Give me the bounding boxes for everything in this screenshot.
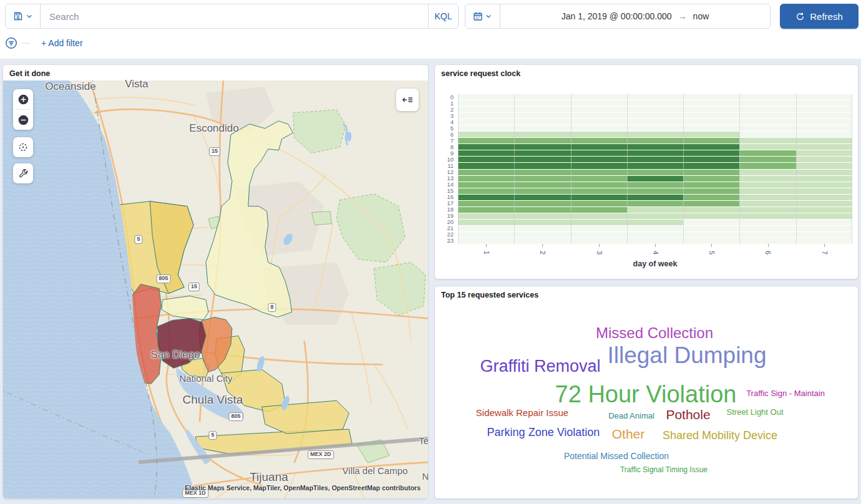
heatmap-cell-h11-d2[interactable] bbox=[514, 163, 570, 168]
heatmap-cell-h3-d3[interactable] bbox=[571, 113, 627, 119]
heatmap-cell-h12-d4[interactable] bbox=[627, 170, 683, 175]
heatmap-cell-h22-d6[interactable] bbox=[739, 232, 795, 238]
heatmap-cell-h20-d5[interactable] bbox=[683, 220, 739, 225]
heatmap-cell-h8-d7[interactable] bbox=[796, 144, 852, 150]
map-attribution[interactable]: Elastic Maps Service, MapTiler, OpenMapT… bbox=[185, 484, 421, 492]
heatmap-cell-h10-d6[interactable] bbox=[739, 157, 795, 162]
heatmap-cell-h9-d3[interactable] bbox=[571, 150, 627, 156]
heatmap-cell-h21-d4[interactable] bbox=[627, 226, 683, 231]
heatmap-cell-h15-d6[interactable] bbox=[739, 188, 795, 194]
filter-circle-icon[interactable] bbox=[5, 37, 17, 49]
heatmap-cell-h3-d2[interactable] bbox=[514, 113, 570, 119]
tag-potential-missed-collection[interactable]: Potential Missed Collection bbox=[564, 451, 669, 461]
heatmap-cell-h6-d2[interactable] bbox=[514, 132, 570, 137]
tag-dead-animal[interactable]: Dead Animal bbox=[608, 411, 654, 420]
heatmap-cell-h15-d7[interactable] bbox=[796, 188, 852, 194]
heatmap-cell-h15-d5[interactable] bbox=[683, 188, 739, 194]
heatmap-cell-h1-d5[interactable] bbox=[683, 100, 739, 106]
heatmap-cell-h2-d3[interactable] bbox=[571, 107, 627, 112]
heatmap-cell-h4-d1[interactable] bbox=[458, 119, 514, 125]
heatmap-cell-h10-d7[interactable] bbox=[796, 157, 852, 162]
heatmap-cell-h5-d4[interactable] bbox=[627, 125, 683, 131]
heatmap-cell-h20-d1[interactable] bbox=[458, 220, 514, 225]
heatmap-cell-h4-d7[interactable] bbox=[796, 119, 852, 125]
heatmap-cell-h17-d6[interactable] bbox=[739, 201, 795, 206]
heatmap-cell-h10-d5[interactable] bbox=[683, 157, 739, 162]
heatmap-cell-h5-d1[interactable] bbox=[458, 125, 514, 131]
heatmap-cell-h8-d3[interactable] bbox=[571, 144, 627, 150]
heatmap-cell-h20-d6[interactable] bbox=[739, 220, 795, 225]
map-canvas[interactable] bbox=[3, 80, 428, 499]
heatmap-cell-h23-d4[interactable] bbox=[627, 238, 683, 244]
heatmap-cell-h16-d2[interactable] bbox=[514, 195, 570, 200]
heatmap-cell-h5-d7[interactable] bbox=[796, 125, 852, 131]
heatmap-cell-h0-d4[interactable] bbox=[627, 94, 683, 100]
heatmap-cell-h6-d1[interactable] bbox=[458, 132, 514, 137]
heatmap-cell-h19-d5[interactable] bbox=[683, 213, 739, 219]
tag-street-light-out[interactable]: Street Light Out bbox=[726, 407, 783, 417]
fit-to-data-button[interactable] bbox=[13, 137, 33, 157]
heatmap-cell-h18-d6[interactable] bbox=[739, 207, 795, 213]
heatmap-cell-h22-d1[interactable] bbox=[458, 232, 514, 238]
heatmap-cell-h9-d2[interactable] bbox=[514, 150, 570, 156]
heatmap-cell-h19-d3[interactable] bbox=[571, 213, 627, 219]
heatmap-cell-h18-d1[interactable] bbox=[458, 207, 514, 213]
tag-graffiti-removal[interactable]: Graffiti Removal bbox=[480, 357, 600, 376]
heatmap-cell-h21-d5[interactable] bbox=[683, 226, 739, 231]
heatmap-cell-h4-d6[interactable] bbox=[739, 119, 795, 125]
heatmap-cell-h14-d3[interactable] bbox=[571, 182, 627, 188]
heatmap-cell-h7-d4[interactable] bbox=[627, 138, 683, 143]
heatmap-cell-h8-d6[interactable] bbox=[739, 144, 795, 150]
heatmap-cell-h2-d7[interactable] bbox=[796, 107, 852, 112]
tag-72-hour-violation[interactable]: 72 Hour Violation bbox=[555, 381, 737, 408]
heatmap-cell-h14-d5[interactable] bbox=[683, 182, 739, 188]
heatmap-cell-h6-d7[interactable] bbox=[796, 132, 852, 137]
heatmap-cell-h9-d6[interactable] bbox=[739, 150, 795, 156]
heatmap-cell-h14-d7[interactable] bbox=[796, 182, 852, 188]
heatmap-cell-h2-d2[interactable] bbox=[514, 107, 570, 112]
heatmap-cell-h12-d6[interactable] bbox=[739, 170, 795, 175]
heatmap-cell-h13-d3[interactable] bbox=[571, 176, 627, 182]
date-range-button[interactable]: Jan 1, 2019 @ 00:00:00.000 → now bbox=[500, 4, 770, 28]
heatmap-cell-h2-d5[interactable] bbox=[683, 107, 739, 112]
heatmap-cell-h0-d3[interactable] bbox=[571, 94, 627, 100]
heatmap-cell-h13-d4[interactable] bbox=[627, 176, 683, 182]
heatmap-cell-h1-d3[interactable] bbox=[571, 100, 627, 106]
heatmap-cell-h10-d1[interactable] bbox=[458, 157, 514, 162]
heatmap-cell-h0-d7[interactable] bbox=[796, 94, 852, 100]
heatmap-cell-h12-d3[interactable] bbox=[571, 170, 627, 175]
heatmap-cell-h15-d4[interactable] bbox=[627, 188, 683, 194]
heatmap-cell-h15-d1[interactable] bbox=[458, 188, 514, 194]
heatmap-cell-h3-d4[interactable] bbox=[627, 113, 683, 119]
heatmap-cell-h16-d4[interactable] bbox=[627, 195, 683, 200]
heatmap-cell-h14-d4[interactable] bbox=[627, 182, 683, 188]
heatmap-cell-h13-d2[interactable] bbox=[514, 176, 570, 182]
heatmap-cell-h20-d7[interactable] bbox=[796, 220, 852, 225]
heatmap-cell-h13-d1[interactable] bbox=[458, 176, 514, 182]
heatmap-cell-h9-d4[interactable] bbox=[627, 150, 683, 156]
tag-missed-collection[interactable]: Missed Collection bbox=[596, 324, 713, 342]
heatmap-cell-h13-d7[interactable] bbox=[796, 176, 852, 182]
heatmap-cell-h20-d3[interactable] bbox=[571, 220, 627, 225]
heatmap-cell-h10-d3[interactable] bbox=[571, 157, 627, 162]
heatmap-cell-h7-d3[interactable] bbox=[571, 138, 627, 143]
heatmap-cell-h12-d7[interactable] bbox=[796, 170, 852, 175]
heatmap-cell-h17-d2[interactable] bbox=[514, 201, 570, 206]
heatmap-cell-h22-d2[interactable] bbox=[514, 232, 570, 238]
heatmap-cell-h16-d6[interactable] bbox=[739, 195, 795, 200]
heatmap-cell-h13-d6[interactable] bbox=[739, 176, 795, 182]
heatmap-cell-h10-d2[interactable] bbox=[514, 157, 570, 162]
heatmap-cell-h22-d3[interactable] bbox=[571, 232, 627, 238]
heatmap-cell-h0-d6[interactable] bbox=[739, 94, 795, 100]
heatmap-cell-h11-d3[interactable] bbox=[571, 163, 627, 168]
heatmap-cell-h5-d2[interactable] bbox=[514, 125, 570, 131]
heatmap-cell-h7-d5[interactable] bbox=[683, 138, 739, 143]
heatmap-cell-h11-d6[interactable] bbox=[739, 163, 795, 168]
heatmap-cell-h17-d7[interactable] bbox=[796, 201, 852, 206]
date-picker-calendar-button[interactable] bbox=[465, 4, 500, 28]
heatmap-cell-h12-d2[interactable] bbox=[514, 170, 570, 175]
heatmap-cell-h21-d6[interactable] bbox=[739, 226, 795, 231]
heatmap-cell-h1-d6[interactable] bbox=[739, 100, 795, 106]
heatmap-cell-h19-d7[interactable] bbox=[796, 213, 852, 219]
heatmap-cell-h18-d2[interactable] bbox=[514, 207, 570, 213]
